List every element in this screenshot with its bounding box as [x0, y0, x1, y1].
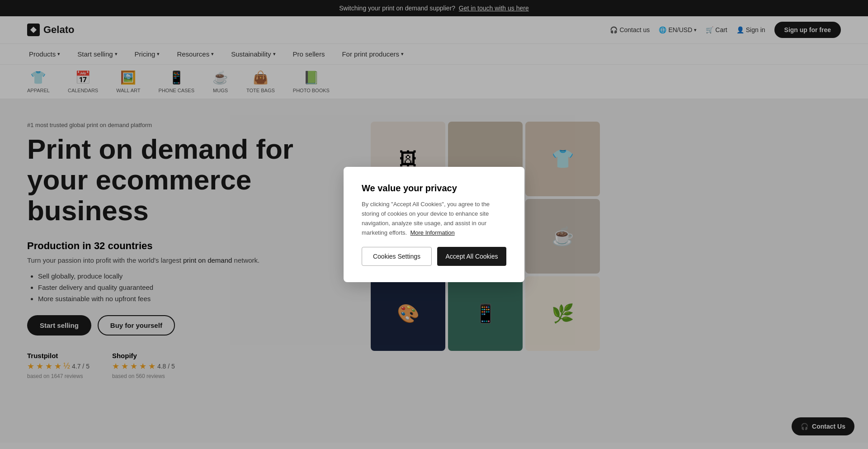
cookie-body: By clicking "Accept All Cookies", you ag… — [362, 200, 506, 237]
cookie-buttons: Cookies Settings Accept All Cookies — [362, 247, 506, 266]
accept-all-cookies-button[interactable]: Accept All Cookies — [437, 247, 506, 266]
cookies-settings-button[interactable]: Cookies Settings — [362, 247, 432, 266]
cookie-title: We value your privacy — [362, 183, 506, 194]
more-information-link[interactable]: More Information — [410, 229, 454, 236]
cookie-modal: We value your privacy By clicking "Accep… — [344, 167, 524, 282]
cookie-overlay: We value your privacy By clicking "Accep… — [0, 0, 868, 449]
